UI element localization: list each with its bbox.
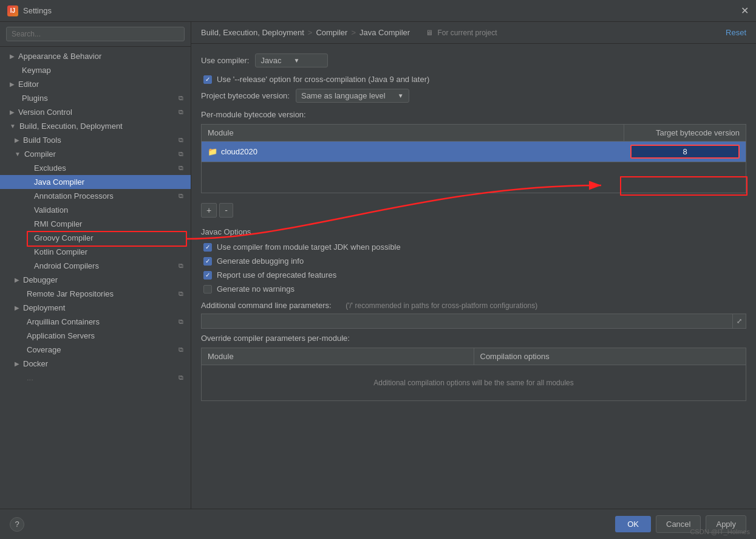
- sidebar-item-java-compiler[interactable]: Java Compiler: [0, 175, 191, 189]
- remove-row-button[interactable]: -: [219, 203, 233, 218]
- sidebar-item-arquillian[interactable]: Arquillian Containers ⧉: [0, 315, 191, 329]
- copy-icon: ⧉: [179, 108, 183, 116]
- cmd-expand-button[interactable]: ⤢: [733, 314, 746, 329]
- expand-arrow-icon: ▶: [10, 109, 15, 115]
- breadcrumb-sep2: >: [351, 28, 356, 37]
- option-checkbox-2[interactable]: ✓: [203, 271, 212, 280]
- breadcrumb-sep1: >: [308, 28, 313, 37]
- option-label-1: Generate debugging info: [217, 256, 304, 266]
- expand-arrow-icon: ▼: [15, 151, 21, 157]
- override-label-row: Override compiler parameters per-module:: [201, 334, 746, 343]
- compiler-select[interactable]: Javac ▼: [255, 53, 328, 67]
- sidebar-item-more[interactable]: ... ⧉: [0, 371, 191, 385]
- cmd-input[interactable]: [201, 314, 733, 329]
- sidebar-item-app-servers[interactable]: Application Servers: [0, 329, 191, 343]
- cmd-input-row: ⤢: [201, 314, 746, 329]
- sidebar-item-groovy[interactable]: Groovy Compiler: [0, 231, 191, 245]
- search-box: [0, 22, 191, 47]
- sidebar: ▶ Appearance & Behavior Keymap ▶ Editor: [0, 22, 191, 509]
- main-panel: Build, Execution, Deployment > Compiler …: [191, 22, 756, 509]
- release-option-checkbox[interactable]: ✓: [203, 75, 212, 84]
- sidebar-item-debugger[interactable]: ▶ Debugger: [0, 273, 191, 287]
- sidebar-item-label: Kotlin Compiler: [34, 247, 87, 256]
- table-toolbar: + -: [201, 203, 746, 218]
- sidebar-item-deployment[interactable]: ▶ Deployment: [0, 301, 191, 315]
- option-row-2: ✓ Report use of deprecated features: [201, 270, 746, 280]
- sidebar-item-coverage[interactable]: Coverage ⧉: [0, 343, 191, 357]
- select-arrow-icon: ▼: [398, 92, 404, 99]
- sidebar-item-label: Build Tools: [23, 136, 61, 145]
- sidebar-item-label: Annotation Processors: [34, 191, 114, 201]
- sidebar-item-validation[interactable]: Validation: [0, 203, 191, 217]
- sidebar-tree: ▶ Appearance & Behavior Keymap ▶ Editor: [0, 47, 191, 509]
- breadcrumb-bar: Build, Execution, Deployment > Compiler …: [191, 22, 756, 44]
- release-option-label: Use '--release' option for cross-compila…: [217, 75, 429, 84]
- sidebar-item-vcs[interactable]: ▶ Version Control ⧉: [0, 105, 191, 119]
- project-icon: 🖥: [426, 29, 433, 37]
- sidebar-item-docker[interactable]: ▶ Docker: [0, 357, 191, 371]
- bytecode-version-select[interactable]: Same as language level ▼: [296, 89, 409, 103]
- sidebar-item-label: Compiler: [24, 149, 56, 159]
- sidebar-item-label: Debugger: [23, 275, 58, 284]
- close-button[interactable]: ✕: [741, 5, 749, 16]
- table-header: Module Target bytecode version: [201, 124, 746, 141]
- sidebar-item-label: Validation: [34, 205, 68, 215]
- sidebar-item-label: Groovy Compiler: [34, 233, 94, 242]
- sidebar-item-build-tools[interactable]: ▶ Build Tools ⧉: [0, 133, 191, 147]
- sidebar-item-remote-jar[interactable]: Remote Jar Repositories ⧉: [0, 287, 191, 301]
- sidebar-item-compiler[interactable]: ▼ Compiler ⧉: [0, 147, 191, 161]
- expand-arrow-icon: ▶: [10, 53, 15, 60]
- col-module-header: Module: [202, 125, 624, 141]
- expand-arrow-icon: ▼: [10, 123, 16, 129]
- breadcrumb-part1: Build, Execution, Deployment: [201, 28, 304, 37]
- project-indicator: 🖥 For current project: [426, 29, 497, 37]
- breadcrumb-part3: Java Compiler: [359, 28, 410, 37]
- expand-arrow-icon: ▶: [15, 304, 19, 311]
- expand-arrow-icon: ▶: [15, 137, 19, 143]
- override-table-body: Additional compilation options will be t…: [201, 365, 746, 401]
- option-row-3: Generate no warnings: [201, 284, 746, 294]
- version-input[interactable]: [630, 145, 740, 159]
- ok-button[interactable]: OK: [615, 516, 651, 532]
- option-checkbox-1[interactable]: ✓: [203, 257, 212, 266]
- copy-icon: ⧉: [179, 346, 183, 354]
- sidebar-item-label: Android Compilers: [34, 261, 99, 270]
- sidebar-item-android[interactable]: Android Compilers ⧉: [0, 259, 191, 273]
- sidebar-item-label: Arquillian Containers: [27, 317, 100, 326]
- option-row-1: ✓ Generate debugging info: [201, 256, 746, 266]
- sidebar-item-label: ...: [27, 373, 33, 382]
- cmd-params-label: Additional command line parameters:: [201, 301, 332, 310]
- bottom-bar: ? OK Cancel Apply: [0, 509, 756, 539]
- sidebar-item-rmi[interactable]: RMI Compiler: [0, 217, 191, 231]
- copy-icon: ⧉: [179, 262, 183, 270]
- option-label-0: Use compiler from module target JDK when…: [217, 242, 401, 252]
- project-label: For current project: [437, 29, 497, 37]
- sidebar-item-label: Plugins: [22, 94, 48, 103]
- option-checkbox-0[interactable]: ✓: [203, 243, 212, 252]
- search-input[interactable]: [6, 27, 185, 41]
- sidebar-item-label: Version Control: [18, 108, 72, 117]
- sidebar-item-label: Deployment: [23, 303, 65, 312]
- panel-content: Use compiler: Javac ▼ ✓ Use '--release' …: [191, 44, 756, 509]
- override-col-options: Compilation options: [474, 348, 746, 365]
- sidebar-item-annotation[interactable]: Annotation Processors ⧉: [0, 189, 191, 203]
- sidebar-item-kotlin[interactable]: Kotlin Compiler: [0, 245, 191, 259]
- sidebar-item-appearance[interactable]: ▶ Appearance & Behavior: [0, 49, 191, 63]
- copy-icon: ⧉: [179, 164, 183, 172]
- override-col-module: Module: [202, 348, 474, 365]
- reset-button[interactable]: Reset: [726, 28, 746, 37]
- sidebar-item-excludes[interactable]: Excludes ⧉: [0, 161, 191, 175]
- sidebar-item-build[interactable]: ▼ Build, Execution, Deployment: [0, 119, 191, 133]
- option-checkbox-3[interactable]: [203, 285, 212, 294]
- version-cell[interactable]: [624, 142, 746, 162]
- cmd-params-hint: ('/' recommended in paths for cross-plat…: [346, 301, 537, 310]
- add-row-button[interactable]: +: [201, 203, 217, 218]
- sidebar-item-keymap[interactable]: Keymap: [0, 63, 191, 77]
- help-button[interactable]: ?: [10, 517, 24, 532]
- sidebar-item-editor[interactable]: ▶ Editor: [0, 77, 191, 91]
- per-module-table: Module Target bytecode version 📁 cloud20…: [201, 124, 746, 193]
- option-label-2: Report use of deprecated features: [217, 270, 336, 280]
- sidebar-item-plugins[interactable]: Plugins ⧉: [0, 91, 191, 105]
- copy-icon: ⧉: [179, 374, 183, 382]
- override-label: Override compiler parameters per-module:: [201, 334, 350, 343]
